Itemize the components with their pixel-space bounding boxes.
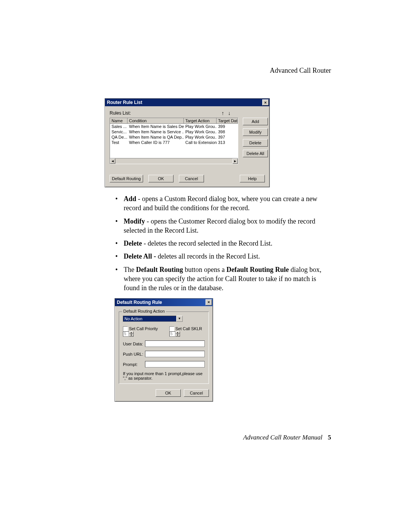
router-rule-list-dialog: Router Rule List × Rules List: ↑ ↓ Name …: [105, 98, 270, 187]
page-number: 5: [328, 434, 331, 441]
col-target-data[interactable]: Target Data: [217, 118, 238, 123]
table-row[interactable]: QA De... When Item Name is QA Dep... Pla…: [110, 134, 238, 140]
bullet-strong: Delete All -: [124, 252, 158, 260]
drr-titlebar: Default Routing Rule ×: [115, 299, 213, 306]
bullet-text: The: [124, 266, 136, 273]
group-title: Default Routing Action: [122, 309, 166, 313]
bullet-text: button opens a: [183, 266, 226, 273]
scroll-left-icon[interactable]: ◄: [110, 158, 115, 164]
checkbox-icon: [169, 326, 174, 331]
ok-button[interactable]: OK: [156, 389, 181, 397]
cell: 313: [217, 140, 238, 145]
cell: Play Work Grou...: [184, 129, 217, 134]
priority-spinner[interactable]: 5 ▲▼: [123, 331, 134, 337]
default-routing-rule-dialog: Default Routing Rule × Default Routing A…: [115, 298, 213, 402]
push-url-input[interactable]: [145, 351, 205, 357]
user-data-input[interactable]: [145, 340, 205, 347]
ok-button[interactable]: OK: [148, 175, 174, 182]
cancel-button[interactable]: Cancel: [184, 389, 209, 397]
action-combobox[interactable]: No Action ▼: [123, 316, 183, 322]
cell: 398: [217, 129, 238, 134]
bullet-strong: Delete: [124, 240, 142, 247]
bullet-strong: Default Routing: [136, 266, 183, 273]
spin-down-icon[interactable]: ▼: [129, 334, 134, 337]
cell: Sales ...: [110, 124, 127, 129]
user-data-label: User Data:: [123, 342, 145, 346]
spinner-value: 5: [123, 331, 129, 337]
checkbox-label: Set Call Priority: [129, 326, 158, 331]
modify-button[interactable]: Modify: [243, 128, 268, 136]
sklr-spinner[interactable]: 5 ▲▼: [169, 331, 180, 337]
cell: When Caller ID is 777: [127, 140, 184, 145]
table-row[interactable]: Sales ... When Item Name is Sales De... …: [110, 124, 238, 129]
cell: QA De...: [110, 134, 127, 140]
prompt-label: Prompt:: [123, 362, 145, 367]
cell: 397: [217, 134, 238, 140]
running-head: Advanced Call Router: [105, 67, 331, 75]
delete-button[interactable]: Delete: [243, 139, 268, 147]
chevron-down-icon[interactable]: ▼: [176, 316, 183, 322]
bullet-strong: Add: [124, 195, 136, 203]
spin-down-icon[interactable]: ▼: [175, 334, 180, 337]
spin-up-icon[interactable]: ▲: [175, 331, 180, 334]
prompt-input[interactable]: [145, 361, 205, 367]
scroll-right-icon[interactable]: ►: [233, 158, 238, 164]
cell: Play Work Grou...: [184, 124, 217, 129]
rules-list[interactable]: Name Condition Target Action Target Data…: [110, 118, 238, 164]
cell: When Item Name is Service ...: [127, 129, 184, 134]
list-item: Delete All - deletes all records in the …: [124, 252, 331, 261]
footer-text: Advanced Call Router Manual: [243, 434, 322, 441]
close-icon[interactable]: ×: [262, 99, 269, 105]
checkbox-label: Set Call SKLR: [175, 326, 202, 331]
spin-up-icon[interactable]: ▲: [129, 331, 134, 334]
cell: 399: [217, 124, 238, 129]
cancel-button[interactable]: Cancel: [179, 175, 204, 182]
move-down-icon[interactable]: ↓: [228, 110, 231, 116]
add-button[interactable]: Add: [243, 118, 268, 125]
list-item: Modify - opens the Customer Record dialo…: [124, 217, 331, 235]
list-item: The Default Routing button opens a Defau…: [124, 265, 331, 293]
table-row[interactable]: Test When Caller ID is 777 Call to Exten…: [110, 140, 238, 145]
horizontal-scrollbar[interactable]: ◄ ►: [110, 158, 238, 164]
close-icon[interactable]: ×: [206, 299, 212, 305]
bullet-text: - deletes the record selected in the Rec…: [142, 240, 272, 247]
table-row[interactable]: Servic... When Item Name is Service ... …: [110, 129, 238, 134]
bullet-strong: Modify: [124, 217, 145, 225]
bullet-strong: Default Routing Rule: [226, 266, 289, 273]
set-call-sklr-checkbox[interactable]: Set Call SKLR 5 ▲▼: [169, 326, 205, 337]
bullet-text: - opens a Custom Record dialog box, wher…: [124, 195, 317, 212]
rules-list-label: Rules List:: [110, 110, 131, 116]
cell: Servic...: [110, 129, 127, 134]
page-footer: Advanced Call Router Manual 5: [105, 434, 331, 441]
router-title: Router Rule List: [107, 100, 142, 105]
move-up-icon[interactable]: ↑: [221, 110, 224, 116]
cell: Play Work Grou...: [184, 134, 217, 140]
description-list: Add - opens a Custom Record dialog box, …: [105, 194, 331, 293]
cell: Call to Extension...: [184, 140, 217, 145]
default-routing-action-group: Default Routing Action No Action ▼ Set C…: [119, 312, 209, 384]
bullet-text: deletes all records in the Record List.: [158, 252, 260, 260]
cell: When Item Name is Sales De...: [127, 124, 184, 129]
delete-all-button[interactable]: Delete All: [243, 150, 268, 157]
col-target-action[interactable]: Target Action: [184, 118, 217, 123]
list-item: Add - opens a Custom Record dialog box, …: [124, 194, 331, 213]
drr-title: Default Routing Rule: [117, 300, 162, 305]
col-name[interactable]: Name: [110, 118, 127, 123]
router-titlebar: Router Rule List ×: [105, 99, 269, 106]
bullet-text: - opens the Customer Record dialog box t…: [124, 217, 315, 234]
cell: When Item Name is QA Dep...: [127, 134, 184, 140]
default-routing-button[interactable]: Default Routing: [110, 175, 143, 182]
spinner-value: 5: [169, 331, 175, 337]
prompt-hint: If you input more than 1 prompt,please u…: [123, 371, 205, 380]
col-condition[interactable]: Condition: [127, 118, 184, 123]
cell: Test: [110, 140, 127, 145]
list-item: Delete - deletes the record selected in …: [124, 239, 331, 248]
help-button[interactable]: Help: [240, 175, 265, 182]
action-combobox-value: No Action: [123, 316, 176, 322]
checkbox-icon: [123, 326, 128, 331]
set-call-priority-checkbox[interactable]: Set Call Priority 5 ▲▼: [123, 326, 160, 337]
push-url-label: Push URL:: [123, 352, 145, 356]
